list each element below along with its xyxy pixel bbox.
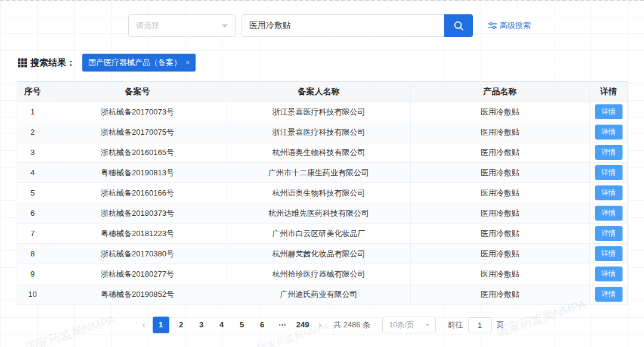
table-row: 6浙杭械备20180373号杭州达维先医药科技有限公司医用冷敷贴详情 bbox=[17, 203, 628, 224]
page-button[interactable]: 249 bbox=[295, 317, 311, 333]
table-row: 9浙杭械备20180277号杭州拾珍医疗器械有限公司医用冷敷贴详情 bbox=[17, 264, 628, 284]
header-registrant: 备案人名称 bbox=[227, 82, 411, 102]
close-icon[interactable]: × bbox=[185, 58, 190, 67]
results-table: 序号 备案号 备案人名称 产品名称 详情 1浙杭械备20170073号浙江景嘉医… bbox=[17, 81, 628, 305]
page-list: 123456···249 bbox=[153, 317, 311, 333]
grid-icon bbox=[18, 58, 27, 67]
cell-no: 9 bbox=[17, 264, 48, 284]
detail-button[interactable]: 详情 bbox=[595, 206, 623, 221]
chevron-down-icon bbox=[425, 324, 430, 326]
detail-button[interactable]: 详情 bbox=[595, 125, 623, 140]
detail-button[interactable]: 详情 bbox=[595, 246, 623, 261]
cell-detail: 详情 bbox=[590, 244, 628, 264]
prev-page-button[interactable]: ‹ bbox=[140, 317, 147, 333]
cell-detail: 详情 bbox=[590, 163, 628, 183]
cell-no: 5 bbox=[17, 183, 48, 203]
cell-registrant: 广州市白云区研美化妆品厂 bbox=[227, 224, 411, 244]
cell-detail: 详情 bbox=[590, 224, 628, 244]
cell-no: 2 bbox=[17, 122, 48, 142]
search-button[interactable] bbox=[444, 14, 473, 37]
cell-product: 医用冷敷贴 bbox=[411, 102, 590, 122]
cell-no: 4 bbox=[17, 163, 48, 183]
page-size-value: 10条/页 bbox=[389, 320, 414, 330]
header-product: 产品名称 bbox=[411, 82, 590, 102]
cell-detail: 详情 bbox=[590, 203, 628, 224]
page-button[interactable]: 1 bbox=[153, 317, 169, 333]
header-record-no: 备案号 bbox=[48, 82, 227, 102]
cell-product: 医用冷敷贴 bbox=[411, 203, 590, 224]
cell-registrant: 广州迪氏药业有限公司 bbox=[227, 284, 411, 305]
cell-product: 医用冷敷贴 bbox=[411, 224, 590, 244]
table-row: 1浙杭械备20170073号浙江景嘉医疗科技有限公司医用冷敷贴详情 bbox=[17, 102, 628, 122]
table-row: 4粤穗械备20190813号广州市十二康生药业有限公司医用冷敷贴详情 bbox=[17, 163, 628, 183]
cell-detail: 详情 bbox=[590, 142, 628, 163]
cell-registrant: 杭州达维先医药科技有限公司 bbox=[227, 203, 411, 224]
header-detail: 详情 bbox=[590, 82, 628, 102]
page-button[interactable]: 3 bbox=[193, 317, 210, 333]
table-header-row: 序号 备案号 备案人名称 产品名称 详情 bbox=[17, 82, 628, 102]
cell-no: 3 bbox=[17, 142, 48, 163]
cell-detail: 详情 bbox=[590, 264, 628, 284]
cell-record_no: 浙杭械备20170073号 bbox=[48, 102, 227, 122]
results-header: 搜索结果： 国产医疗器械产品（备案） × bbox=[18, 54, 196, 72]
results-label: 搜索结果： bbox=[30, 57, 75, 69]
goto-suffix: 页 bbox=[497, 320, 504, 330]
advanced-search-link[interactable]: 高级搜索 bbox=[488, 20, 531, 31]
detail-button[interactable]: 详情 bbox=[595, 287, 623, 302]
cell-product: 医用冷敷贴 bbox=[411, 122, 590, 142]
detail-button[interactable]: 详情 bbox=[595, 185, 623, 200]
detail-button[interactable]: 详情 bbox=[595, 145, 623, 160]
cell-product: 医用冷敷贴 bbox=[411, 163, 590, 183]
cell-record_no: 浙杭械备20170075号 bbox=[48, 122, 227, 142]
top-divider bbox=[0, 0, 644, 1]
search-icon bbox=[453, 20, 464, 31]
cell-no: 6 bbox=[17, 203, 48, 224]
table-row: 10粤穗械备20190852号广州迪氏药业有限公司医用冷敷贴详情 bbox=[17, 284, 628, 305]
page-size-select[interactable]: 10条/页 bbox=[382, 317, 435, 333]
header-no: 序号 bbox=[17, 82, 48, 102]
filter-tag-label: 国产医疗器械产品（备案） bbox=[88, 57, 181, 68]
cell-no: 1 bbox=[17, 102, 48, 122]
select-placeholder: 请选择 bbox=[136, 20, 159, 31]
filter-tag[interactable]: 国产医疗器械产品（备案） × bbox=[82, 54, 196, 72]
cell-registrant: 杭州拾珍医疗器械有限公司 bbox=[227, 264, 411, 284]
detail-button[interactable]: 详情 bbox=[595, 267, 623, 281]
goto-page-input[interactable] bbox=[468, 317, 492, 333]
next-page-button[interactable]: › bbox=[316, 317, 324, 333]
cell-record_no: 浙杭械备20170380号 bbox=[48, 244, 227, 264]
cell-product: 医用冷敷贴 bbox=[411, 284, 590, 305]
cell-registrant: 浙江景嘉医疗科技有限公司 bbox=[227, 122, 411, 142]
page-button[interactable]: 4 bbox=[213, 317, 230, 333]
cell-registrant: 广州市十二康生药业有限公司 bbox=[227, 163, 411, 183]
cell-no: 10 bbox=[17, 284, 48, 305]
page-button[interactable]: 5 bbox=[234, 317, 250, 333]
page-button[interactable]: 6 bbox=[254, 317, 271, 333]
page-button[interactable]: 2 bbox=[173, 317, 190, 333]
detail-button[interactable]: 详情 bbox=[595, 226, 623, 241]
advanced-search-label: 高级搜索 bbox=[500, 20, 531, 31]
table-row: 2浙杭械备20170075号浙江景嘉医疗科技有限公司医用冷敷贴详情 bbox=[17, 122, 628, 142]
cell-record_no: 浙杭械备20160166号 bbox=[48, 183, 227, 203]
table-row: 5浙杭械备20160166号杭州语奥生物科技有限公司医用冷敷贴详情 bbox=[17, 183, 628, 203]
cell-registrant: 杭州语奥生物科技有限公司 bbox=[227, 142, 411, 163]
cell-no: 8 bbox=[17, 244, 48, 264]
cell-detail: 详情 bbox=[590, 284, 628, 305]
cell-detail: 详情 bbox=[590, 183, 628, 203]
cell-registrant: 浙江景嘉医疗科技有限公司 bbox=[227, 102, 411, 122]
cell-record_no: 粤穗械备20190852号 bbox=[48, 284, 227, 305]
detail-button[interactable]: 详情 bbox=[595, 104, 623, 119]
table-row: 8浙杭械备20170380号杭州赫梵茜化妆品有限公司医用冷敷贴详情 bbox=[17, 244, 628, 264]
more-pages-button[interactable]: ··· bbox=[274, 317, 291, 333]
total-count: 共 2486 条 bbox=[333, 320, 370, 330]
cell-record_no: 浙杭械备20180373号 bbox=[48, 203, 227, 224]
pagination: ‹ 123456···249 › 共 2486 条 10条/页 前往 页 bbox=[0, 317, 644, 333]
cell-product: 医用冷敷贴 bbox=[411, 183, 590, 203]
search-input[interactable] bbox=[242, 14, 444, 37]
table-body: 1浙杭械备20170073号浙江景嘉医疗科技有限公司医用冷敷贴详情2浙杭械备20… bbox=[17, 102, 628, 305]
detail-button[interactable]: 详情 bbox=[595, 165, 623, 180]
goto-prefix: 前往 bbox=[448, 320, 463, 330]
cell-record_no: 浙杭械备20180277号 bbox=[48, 264, 227, 284]
cell-product: 医用冷敷贴 bbox=[411, 142, 590, 163]
category-select[interactable]: 请选择 bbox=[128, 14, 236, 37]
cell-record_no: 粤穗械备20190813号 bbox=[48, 163, 227, 183]
